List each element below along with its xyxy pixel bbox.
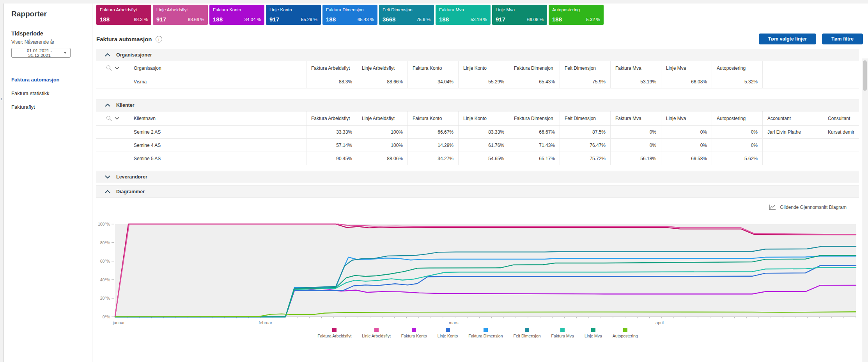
legend-item[interactable]: Faktura Konto — [401, 328, 427, 338]
legend-item[interactable]: Felt Dimensjon — [513, 328, 540, 338]
table-icon-cell — [96, 75, 129, 88]
legend-label: Autopostering — [613, 334, 638, 338]
kpi-card[interactable]: Autopostering1885.32 % — [549, 5, 604, 25]
table-cell: 55.29% — [459, 75, 509, 88]
kpi-card-percent: 53.19 % — [471, 17, 487, 22]
column-header[interactable]: Linje Arbeidsflyt — [357, 111, 408, 125]
kpi-card[interactable]: Linje Arbeidsflyt91788.66 % — [153, 5, 208, 25]
column-header[interactable]: Faktura Arbeidsflyt — [306, 61, 357, 75]
column-header[interactable]: Felt Dimensjon — [560, 61, 611, 75]
sidebar-item-faktura-statistikk[interactable]: Faktura statistikk — [11, 90, 92, 96]
kpi-card[interactable]: Faktura Arbeidsflyt18888.3 % — [96, 5, 151, 25]
column-header[interactable]: Faktura Konto — [408, 111, 459, 125]
legend-swatch — [591, 328, 595, 332]
legend-item[interactable]: Linje Arbeidsflyt — [362, 328, 391, 338]
filter-chevron-down-icon[interactable] — [115, 67, 119, 69]
column-header[interactable]: Felt Dimensjon — [560, 111, 611, 125]
legend-label: Linje Arbeidsflyt — [362, 334, 391, 338]
legend-swatch — [446, 328, 450, 332]
chevron-down-icon — [105, 175, 110, 178]
y-tick-label: 0°% — [103, 314, 110, 319]
sidebar-item-fakturaflyt[interactable]: Fakturaflyt — [11, 104, 92, 110]
kpi-card-value: 917 — [496, 16, 505, 23]
kpi-card-value: 3668 — [383, 16, 395, 23]
clear-filters-button[interactable]: Tøm filtre — [822, 34, 863, 44]
main-scrollbar[interactable] — [862, 58, 868, 362]
table-cell: 34.04% — [408, 75, 459, 88]
section-bar-organisasjoner[interactable]: Organisasjoner — [96, 49, 859, 61]
column-header[interactable]: Klientnavn — [129, 111, 306, 125]
legend-item[interactable]: Faktura Mva — [551, 328, 574, 338]
column-header[interactable]: Faktura Mva — [611, 61, 661, 75]
column-header[interactable]: Linje Mva — [661, 111, 712, 125]
kpi-card[interactable]: Linje Mva91766.08 % — [492, 5, 547, 25]
header-buttons: Tøm valgte linjer Tøm filtre — [759, 34, 863, 44]
column-header[interactable]: Linje Konto — [459, 61, 509, 75]
column-header[interactable]: Faktura Dimensjon — [509, 111, 560, 125]
section-bar-klienter[interactable]: Klienter — [96, 99, 859, 111]
table-cell: 66.67% — [509, 125, 560, 139]
search-icon[interactable] — [106, 65, 112, 71]
search-icon[interactable] — [106, 115, 112, 122]
sidebar-item-faktura-automasjon[interactable]: Faktura automasjon — [11, 77, 92, 83]
kpi-card[interactable]: Felt Dimensjon366875.9 % — [379, 5, 434, 25]
kpi-card[interactable]: Faktura Konto18834.04 % — [209, 5, 264, 25]
section-label: Leverandører — [116, 174, 147, 180]
chart-plot-area — [115, 224, 856, 317]
table-icon-cell — [96, 152, 129, 165]
column-header[interactable]: Faktura Dimensjon — [509, 61, 560, 75]
kpi-card[interactable]: Faktura Dimensjon18865.43 % — [322, 5, 377, 25]
column-header[interactable]: Linje Konto — [459, 111, 509, 125]
legend-label: Felt Dimensjon — [513, 334, 540, 338]
column-header[interactable]: Organisasjon — [129, 61, 306, 75]
column-header[interactable]: Linje Arbeidsflyt — [357, 61, 408, 75]
info-icon[interactable]: i — [156, 36, 162, 42]
column-header[interactable]: Faktura Konto — [408, 61, 459, 75]
filter-chevron-down-icon[interactable] — [115, 117, 119, 120]
table-cell: 5.62% — [712, 152, 763, 165]
kpi-card-percent: 88.66 % — [188, 17, 204, 22]
table-icon-cell — [96, 139, 129, 152]
section-bar-diagrammer[interactable]: Diagrammer — [96, 185, 859, 198]
column-header[interactable]: Consultant — [823, 111, 859, 125]
column-header[interactable]: Linje Mva — [661, 61, 712, 75]
legend-item[interactable]: Linje Mva — [585, 328, 602, 338]
scrollbar-thumb[interactable] — [863, 60, 867, 91]
column-header[interactable]: Autopostering — [712, 61, 763, 75]
legend-label: Faktura Mva — [551, 334, 574, 338]
kpi-card-label: Felt Dimensjon — [383, 7, 413, 12]
legend-item[interactable]: Autopostering — [613, 328, 638, 338]
x-month-label: mars — [449, 320, 459, 325]
kpi-card-label: Faktura Arbeidsflyt — [100, 7, 137, 12]
clear-selected-lines-button[interactable]: Tøm valgte linjer — [759, 34, 816, 44]
column-header[interactable]: Faktura Mva — [611, 111, 661, 125]
column-header[interactable]: Faktura Arbeidsflyt — [306, 111, 357, 125]
kpi-card-value: 188 — [439, 16, 449, 23]
table-icon-cell — [96, 61, 129, 75]
legend-item[interactable]: Faktura Arbeidsflyt — [317, 328, 351, 338]
kpi-card[interactable]: Faktura Mva18853.19 % — [436, 5, 491, 25]
y-tick-label: 100°% — [98, 222, 110, 226]
kpi-card-label: Faktura Dimensjon — [326, 7, 364, 12]
column-header[interactable]: Accountant — [763, 111, 823, 125]
table-cell: 88.66% — [357, 75, 408, 88]
legend-item[interactable]: Linje Konto — [438, 328, 458, 338]
column-header-blank — [763, 61, 859, 75]
table-cell: 5.32% — [712, 75, 763, 88]
legend-item[interactable]: Faktura Dimensjon — [468, 328, 503, 338]
kpi-card-percent: 34.04 % — [244, 17, 261, 22]
legend-swatch — [374, 328, 379, 332]
moving-average-link[interactable]: Glidende Gjennomsnitt Diagram — [780, 205, 847, 210]
section-bar-leverandorer[interactable]: Leverandører — [96, 171, 859, 183]
kpi-card[interactable]: Linje Konto91755.29 % — [266, 5, 321, 25]
column-header[interactable]: Autopostering — [712, 111, 763, 125]
kpi-card-percent: 88.3 % — [134, 17, 148, 22]
section-label: Klienter — [116, 102, 135, 108]
table-cell: 66.08% — [661, 75, 712, 88]
chevron-up-icon — [105, 190, 110, 193]
klienter-table: KlientnavnFaktura ArbeidsflytLinje Arbei… — [96, 111, 859, 165]
period-select[interactable]: 01.01.2021 - 31.12.2021 — [11, 48, 71, 58]
table-cell: 100% — [357, 139, 408, 152]
table-cell: 0% — [661, 139, 712, 152]
sidebar-collapse-icon[interactable]: ‹ — [0, 96, 2, 101]
